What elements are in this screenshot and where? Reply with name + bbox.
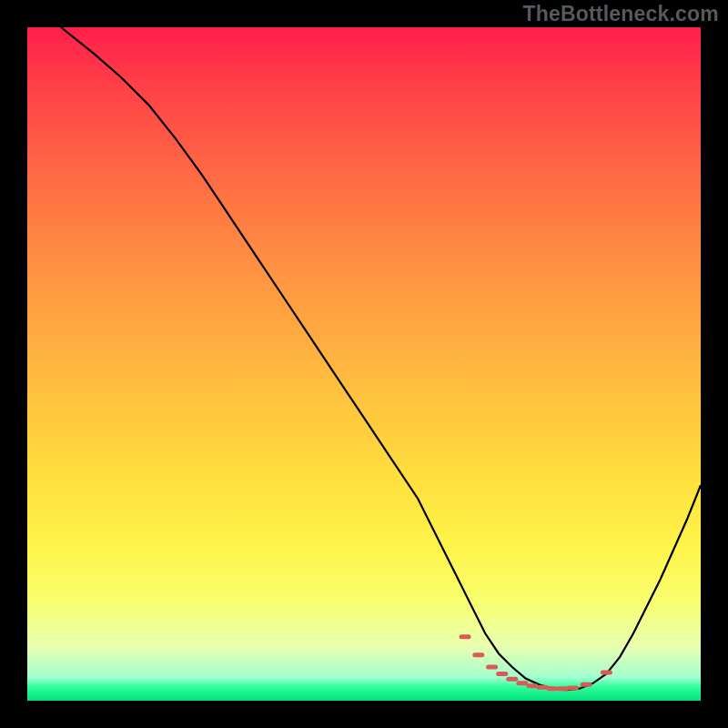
chart-container: TheBottleneck.com [0, 0, 728, 728]
bottleneck-curve [61, 27, 701, 690]
marker-group [461, 637, 610, 689]
chart-overlay [27, 27, 701, 701]
watermark: TheBottleneck.com [522, 2, 719, 26]
